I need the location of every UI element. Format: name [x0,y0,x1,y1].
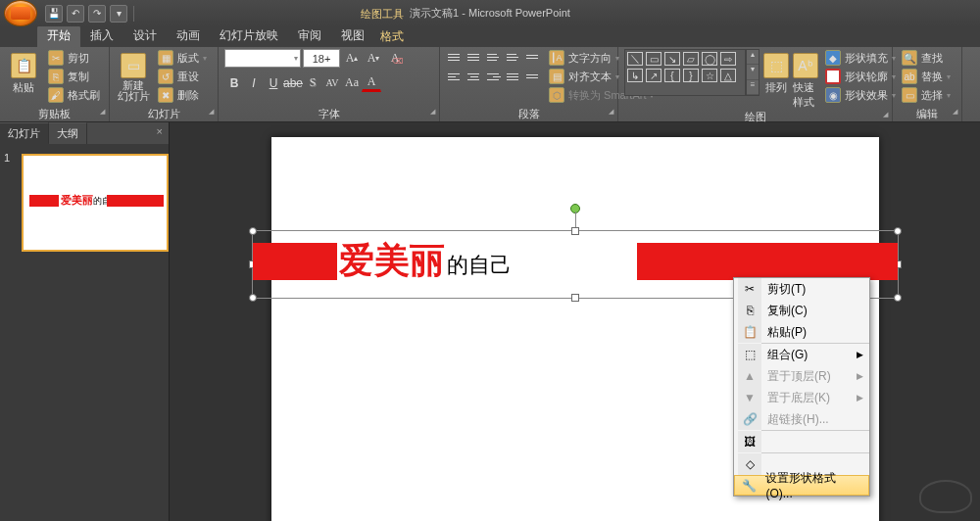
indent-dec-button[interactable] [485,49,503,65]
qat-undo-icon[interactable]: ↶ [67,5,84,23]
ctx-send-back[interactable]: ▼置于底层(K)▶ [734,387,869,408]
shape-rect-icon[interactable]: ▭ [646,52,662,66]
tab-view[interactable]: 视图 [331,25,374,47]
resize-handle-ne[interactable] [894,227,902,235]
tab-insert[interactable]: 插入 [80,25,123,47]
shape-outline-button[interactable]: 形状轮廓▾ [822,68,901,85]
ctx-group[interactable]: ⬚组合(G)▶ [734,344,869,365]
side-tab-slides[interactable]: 幻灯片 [0,122,49,144]
tab-review[interactable]: 审阅 [288,25,331,47]
bullets-button[interactable] [446,49,464,65]
ctx-hyperlink[interactable]: 🔗超链接(H)... [734,408,869,430]
shape-rect2-icon[interactable]: ▱ [683,52,699,66]
reset-button[interactable]: ↺重设 [155,68,212,85]
columns-button[interactable] [524,69,542,84]
shape-oval-icon[interactable]: ◯ [702,52,717,66]
underline-button[interactable]: U [264,73,283,92]
shape-effects-button[interactable]: ◉形状效果▾ [822,86,901,104]
shape-line2-icon[interactable]: ↗ [646,69,662,82]
tab-home[interactable]: 开始 [37,25,80,47]
resize-handle-n[interactable] [571,227,579,235]
copy-icon: ⎘ [48,69,64,84]
ctx-format-shape[interactable]: 🔧设置形状格式(O)... [734,475,869,496]
office-button[interactable] [4,0,37,26]
align-right-button[interactable] [485,69,503,84]
shadow-button[interactable]: S [303,73,322,92]
layout-button[interactable]: ▦版式▾ [155,49,212,67]
shape-line-icon[interactable]: ＼ [627,52,643,66]
arrange-button[interactable]: ⬚排列 [763,49,789,95]
qat-dropdown-icon[interactable]: ▾ [110,5,127,23]
tab-design[interactable]: 设计 [123,25,167,47]
shape-arrow2-icon[interactable]: ⇨ [720,52,736,66]
select-button[interactable]: ▭选择▾ [899,86,956,104]
slide-title-text[interactable]: 爱美丽 的自己 [339,237,512,285]
italic-button[interactable]: I [244,73,264,92]
resize-handle-nw[interactable] [249,227,257,235]
shape-star-icon[interactable]: ☆ [702,69,717,82]
find-button[interactable]: 🔍查找 [899,49,956,67]
delete-icon: ✖ [158,87,173,103]
image-icon: 🖼 [742,434,758,450]
bold-button[interactable]: B [224,73,244,92]
replace-button[interactable]: ab替换▾ [899,68,956,85]
contextual-tab-title: 绘图工具 [361,7,404,21]
shape-fill-button[interactable]: ◆形状填充▾ [822,49,901,67]
ctx-copy[interactable]: ⎘复制(C) [734,300,869,321]
qat-redo-icon[interactable]: ↷ [88,5,106,23]
slide-thumbnail[interactable]: 爱美丽的自己 [22,154,169,252]
numbering-button[interactable] [466,49,483,65]
qat-save-icon[interactable]: 💾 [45,5,63,23]
paste-button[interactable]: 📋 粘贴 [6,49,41,95]
shape-tri-icon[interactable]: △ [720,69,736,82]
side-tab-outline[interactable]: 大纲 [49,122,87,144]
tab-animations[interactable]: 动画 [167,25,210,47]
ctx-cut[interactable]: ✂剪切(T) [734,278,869,300]
delete-button[interactable]: ✖删除 [155,86,212,104]
indent-inc-button[interactable] [505,49,522,65]
change-case-button[interactable]: Aa [342,73,362,92]
font-family-combo[interactable]: ▾ [224,49,301,68]
grow-font-button[interactable]: A▴ [342,49,362,68]
shape-brace-icon[interactable]: { [664,69,680,82]
copy-button[interactable]: ⎘复制 [45,68,103,85]
char-spacing-button[interactable]: AV [322,73,342,92]
new-slide-icon: ▭ [121,53,146,78]
shrink-font-button[interactable]: A▾ [364,49,383,68]
align-center-button[interactable] [466,69,483,84]
new-slide-button[interactable]: ▭ 新建 幻灯片 [116,49,151,102]
tab-format[interactable]: 格式 [370,26,414,48]
tab-slideshow[interactable]: 幻灯片放映 [210,25,288,47]
resize-handle-se[interactable] [894,294,902,302]
effects-icon: ◉ [825,87,841,103]
resize-handle-s[interactable] [571,294,579,302]
resize-handle-sw[interactable] [249,294,257,302]
align-left-button[interactable] [446,69,464,84]
contextual-tab-header: 绘图工具 [361,0,404,26]
ribbon-tabs: 开始 插入 设计 动画 幻灯片放映 审阅 视图 格式 [0,26,980,47]
link-icon: 🔗 [742,411,758,427]
ctx-save-image[interactable]: 🖼 [734,431,869,452]
shapes-gallery[interactable]: ＼ ▭ ↘ ▱ ◯ ⇨ ↳ ↗ { } ☆ △ [624,49,746,96]
shape-connector-icon[interactable]: ↳ [627,69,643,82]
clear-format-button[interactable]: A⌫ [385,49,405,68]
align-justify-button[interactable] [505,69,522,84]
font-size-combo[interactable]: 18+ [303,49,340,68]
thumbnail-list: 1 爱美丽的自己 [0,144,169,261]
shapes-scroll[interactable]: ▴▾≡ [746,49,760,96]
shape-brace2-icon[interactable]: } [683,69,699,82]
format-painter-button[interactable]: 🖌格式刷 [45,86,103,104]
cut-button[interactable]: ✂剪切 [45,49,103,67]
shape-arrow-icon[interactable]: ↘ [664,52,680,66]
align-text-icon: ▤ [549,69,564,84]
side-panel-close-icon[interactable]: × [151,122,169,144]
line-spacing-button[interactable] [524,49,542,65]
thumb-red-bar-right [107,195,164,207]
group-font: ▾ 18+ A▴ A▾ A⌫ B I U abe S AV Aa A 字体 [219,47,440,121]
ctx-paste[interactable]: 📋粘贴(P) [734,321,869,343]
quick-styles-button[interactable]: Aᵇ快速样式 [793,49,818,110]
text-direction-icon: ┃A [549,50,564,66]
font-color-button[interactable]: A [362,73,381,92]
strike-button[interactable]: abe [283,73,303,92]
ctx-bring-front[interactable]: ▲置于顶层(R)▶ [734,365,869,387]
